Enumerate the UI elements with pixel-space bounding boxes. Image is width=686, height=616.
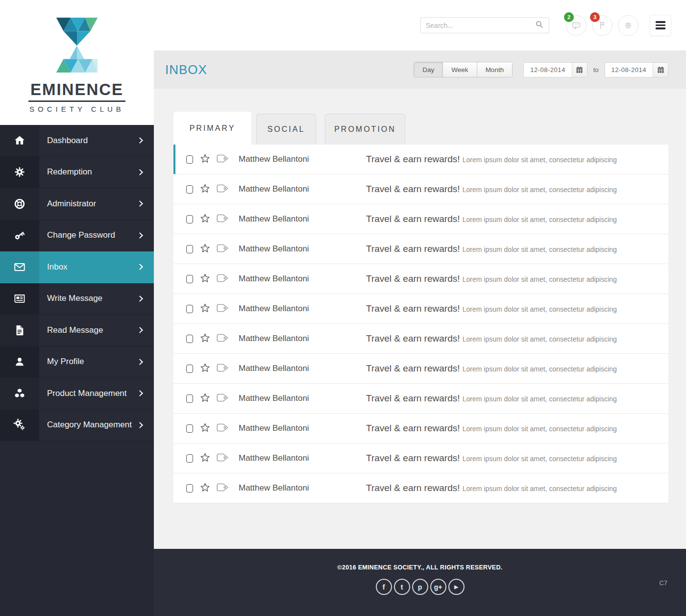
email-checkbox[interactable] (186, 335, 193, 343)
sidebar-item-product-management[interactable]: Product Management (0, 378, 154, 410)
range-button-day[interactable]: Day (414, 62, 442, 77)
sidebar-item-change-password[interactable]: Change Password (0, 220, 154, 252)
chevron-right-icon (137, 390, 143, 396)
star-icon[interactable] (200, 184, 210, 195)
settings-button[interactable] (618, 15, 638, 36)
email-checkbox[interactable] (186, 155, 193, 164)
gear-icon (13, 166, 26, 178)
sidebar-item-label: Read Message (39, 315, 154, 346)
star-icon[interactable] (200, 483, 210, 493)
range-button-month[interactable]: Month (477, 62, 513, 77)
email-checkbox[interactable] (186, 394, 193, 403)
date-to-field: 12-08-2014 (605, 62, 669, 77)
tab-social[interactable]: SOCIAL (256, 114, 316, 145)
star-icon[interactable] (200, 423, 210, 434)
sidebar-item-inbox[interactable]: Inbox (0, 251, 154, 283)
email-row[interactable]: Matthew BellantoniTravel & earn rewards!… (173, 444, 668, 473)
pinterest-icon[interactable]: p (412, 579, 428, 595)
tag-icon[interactable] (217, 453, 229, 464)
tag-icon[interactable] (217, 334, 229, 344)
tab-promotion[interactable]: PROMOTION (325, 114, 405, 145)
email-checkbox[interactable] (186, 305, 193, 313)
email-snippet: Lorem ipsum dolor sit amet, consectetur … (463, 365, 617, 373)
email-row[interactable]: Matthew BellantoniTravel & earn rewards!… (173, 234, 668, 264)
tag-icon[interactable] (217, 274, 229, 284)
email-checkbox[interactable] (186, 454, 193, 463)
sidebar-item-write-message[interactable]: Write Message (0, 283, 154, 315)
tag-icon[interactable] (217, 483, 229, 493)
sidebar-icon-cell (0, 125, 39, 156)
sidebar-item-redemption[interactable]: Redemption (0, 157, 154, 189)
email-checkbox[interactable] (186, 215, 193, 223)
tag-icon[interactable] (217, 184, 229, 195)
star-icon[interactable] (200, 333, 210, 344)
email-checkbox[interactable] (186, 275, 193, 283)
email-row[interactable]: Matthew BellantoniTravel & earn rewards!… (173, 264, 668, 294)
date-to-value[interactable]: 12-08-2014 (605, 63, 653, 77)
tag-icon[interactable] (217, 154, 229, 165)
email-checkbox[interactable] (186, 245, 193, 253)
range-button-week[interactable]: Week (442, 62, 476, 77)
star-icon[interactable] (200, 214, 210, 224)
star-icon[interactable] (200, 154, 210, 165)
sidebar-item-category-management[interactable]: Category Management (0, 410, 154, 442)
email-subject: Travel & earn rewards! Lorem ipsum dolor… (366, 483, 668, 493)
calendar-icon[interactable] (653, 63, 668, 77)
email-subject-text: Travel & earn rewards! (366, 303, 463, 314)
email-sender: Matthew Bellantoni (239, 304, 366, 314)
sidebar-icon-cell (0, 251, 39, 283)
star-icon[interactable] (200, 303, 210, 314)
star-icon[interactable] (200, 453, 210, 464)
email-sender: Matthew Bellantoni (239, 274, 366, 284)
sidebar-item-dashboard[interactable]: Dashboard (0, 125, 154, 157)
calendar-icon (657, 66, 664, 74)
email-checkbox[interactable] (186, 365, 193, 373)
tag-icon[interactable] (217, 214, 229, 224)
messages-button[interactable]: 2 (566, 15, 587, 36)
email-checkbox[interactable] (186, 185, 193, 194)
email-subject-text: Travel & earn rewards! (366, 393, 463, 403)
calendar-icon[interactable] (572, 63, 587, 77)
sidebar-item-my-profile[interactable]: My Profile (0, 346, 154, 378)
email-sender: Matthew Bellantoni (239, 364, 366, 373)
google-plus-icon[interactable]: g+ (430, 579, 446, 595)
search-input[interactable] (426, 22, 535, 29)
star-icon[interactable] (200, 244, 210, 254)
email-checkbox[interactable] (186, 484, 193, 493)
tag-icon[interactable] (217, 423, 229, 434)
star-icon[interactable] (200, 363, 210, 374)
hamburger-menu-button[interactable] (650, 15, 671, 36)
email-row[interactable]: Matthew BellantoniTravel & earn rewards!… (173, 384, 668, 414)
tab-primary[interactable]: PRIMARY (173, 112, 251, 145)
tag-icon[interactable] (217, 244, 229, 254)
sidebar-item-read-message[interactable]: Read Message (0, 315, 154, 346)
tag-icon[interactable] (217, 394, 229, 404)
star-icon[interactable] (200, 273, 210, 284)
email-row[interactable]: Matthew BellantoniTravel & earn rewards!… (173, 145, 668, 174)
email-row[interactable]: Matthew BellantoniTravel & earn rewards!… (173, 414, 668, 444)
email-sender: Matthew Bellantoni (239, 334, 366, 344)
youtube-icon[interactable]: ▶ (448, 579, 465, 595)
email-snippet: Lorem ipsum dolor sit amet, consectetur … (463, 425, 617, 433)
facebook-icon[interactable]: f (376, 579, 392, 595)
star-icon[interactable] (200, 393, 210, 404)
search-icon[interactable] (535, 20, 544, 31)
email-row[interactable]: Matthew BellantoniTravel & earn rewards!… (173, 324, 668, 354)
email-row[interactable]: Matthew BellantoniTravel & earn rewards!… (173, 473, 668, 503)
tag-icon[interactable] (217, 304, 229, 314)
flags-button[interactable]: 3 (592, 15, 612, 36)
email-row[interactable]: Matthew BellantoniTravel & earn rewards!… (173, 204, 668, 234)
email-row[interactable]: Matthew BellantoniTravel & earn rewards!… (173, 294, 668, 324)
email-row[interactable]: Matthew BellantoniTravel & earn rewards!… (173, 174, 668, 204)
envelope-icon (13, 261, 26, 273)
sidebar-icon-cell (0, 157, 39, 188)
sidebar-item-administrator[interactable]: Administrator (0, 188, 154, 220)
email-row[interactable]: Matthew BellantoniTravel & earn rewards!… (173, 354, 668, 384)
email-subject: Travel & earn rewards! Lorem ipsum dolor… (366, 214, 668, 224)
twitter-icon[interactable]: t (394, 579, 410, 595)
date-from-value[interactable]: 12-08-2014 (524, 63, 572, 77)
email-checkbox[interactable] (186, 424, 193, 433)
tag-icon[interactable] (217, 364, 229, 374)
chevron-right-icon (137, 137, 143, 144)
sidebar-icon-cell (0, 188, 39, 220)
